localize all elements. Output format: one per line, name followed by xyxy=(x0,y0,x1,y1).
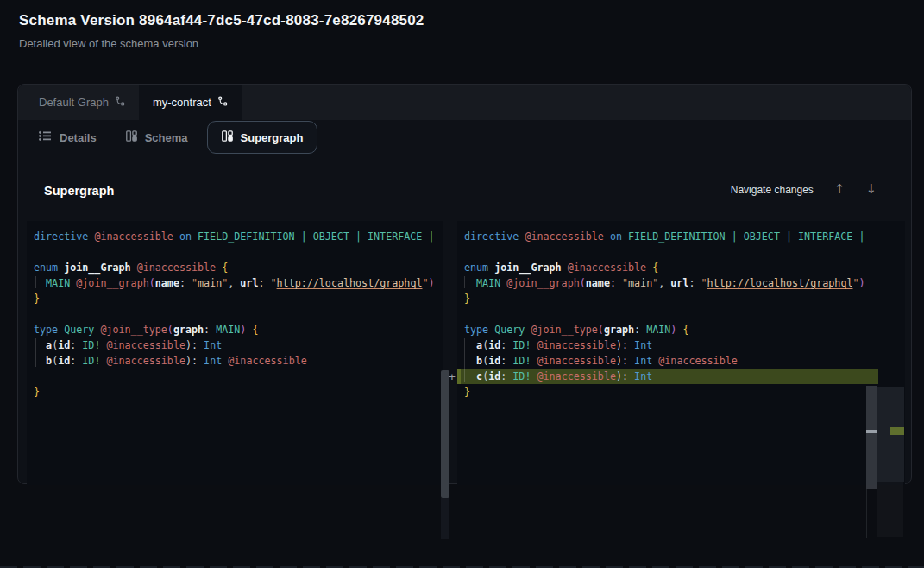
tab-my-contract[interactable]: my-contract xyxy=(139,85,242,120)
graph-tab-bar: Default Graph my-contract xyxy=(18,85,911,120)
code-line: type Query @join__type(graph: MAIN) { xyxy=(457,322,905,338)
code-line: } xyxy=(457,384,905,400)
minimap-added-mark xyxy=(890,427,904,435)
code-right: directive @inaccessible on FIELD_DEFINIT… xyxy=(457,229,905,400)
code-line: a(id: ID! @inaccessible): Int xyxy=(27,338,443,353)
panes-icon xyxy=(126,130,137,144)
tab-default-graph-label: Default Graph xyxy=(39,96,109,109)
code-line: a(id: ID! @inaccessible): Int xyxy=(457,338,905,353)
minimap-viewport[interactable] xyxy=(866,386,877,489)
schema-version-card: Default Graph my-contract xyxy=(17,84,912,484)
branch-icon xyxy=(115,96,125,109)
branch-icon xyxy=(217,96,228,109)
code-line: MAIN @join__graph(name: "main", url: "ht… xyxy=(457,275,905,291)
tab-default-graph[interactable]: Default Graph xyxy=(25,85,139,120)
indent-guide xyxy=(35,338,36,367)
code-line: directive @inaccessible on FIELD_DEFINIT… xyxy=(27,229,443,244)
indent-guide xyxy=(35,276,36,288)
tab-schema[interactable]: Schema xyxy=(116,122,198,153)
code-line xyxy=(27,306,443,322)
code-line xyxy=(457,244,905,260)
page-subtitle: Detailed view of the schema version xyxy=(19,37,198,50)
tab-my-contract-label: my-contract xyxy=(153,96,211,109)
minimap-edge-line xyxy=(866,489,867,538)
panel-title: Supergraph xyxy=(44,184,114,198)
tab-supergraph-label: Supergraph xyxy=(241,131,304,144)
diff-spacer-line xyxy=(27,369,443,384)
tab-details-label: Details xyxy=(60,131,97,144)
list-icon xyxy=(39,130,52,144)
code-left: directive @inaccessible on FIELD_DEFINIT… xyxy=(27,229,443,400)
diff-editor-left[interactable]: directive @inaccessible on FIELD_DEFINIT… xyxy=(27,221,443,485)
diff-editor-right[interactable]: directive @inaccessible on FIELD_DEFINIT… xyxy=(457,221,905,485)
tab-schema-label: Schema xyxy=(145,131,188,144)
indent-guide xyxy=(464,338,465,382)
navigate-prev-button[interactable]: ↑ xyxy=(834,183,845,196)
code-line: directive @inaccessible on FIELD_DEFINIT… xyxy=(457,229,905,244)
left-editor-scrollbar-thumb[interactable] xyxy=(441,370,449,498)
code-line-added: c(id: ID! @inaccessible): Int xyxy=(457,369,878,384)
tab-details[interactable]: Details xyxy=(28,122,107,153)
code-line: b(id: ID! @inaccessible): Int @inaccessi… xyxy=(27,353,443,369)
minimap-track xyxy=(877,482,903,537)
code-line: enum join__Graph @inaccessible { xyxy=(27,260,443,275)
panes-icon xyxy=(222,130,233,144)
indent-guide xyxy=(464,276,465,288)
code-line: } xyxy=(27,384,443,400)
left-editor-scrollbar-track xyxy=(441,498,449,539)
code-line: } xyxy=(27,291,443,306)
tab-supergraph[interactable]: Supergraph xyxy=(207,121,318,154)
code-line: b(id: ID! @inaccessible): Int @inaccessi… xyxy=(457,353,905,369)
page-title: Schema Version 8964af44-7dc5-47cd-8083-7… xyxy=(19,12,424,29)
navigate-next-button[interactable]: ↓ xyxy=(865,183,877,196)
code-line: enum join__Graph @inaccessible { xyxy=(457,260,905,275)
navigate-changes-label: Navigate changes xyxy=(731,184,814,196)
code-line: MAIN @join__graph(name: "main", url: "ht… xyxy=(27,275,443,291)
minimap-content-mark xyxy=(866,430,877,433)
code-line xyxy=(27,244,443,260)
diff-added-marker: + xyxy=(446,369,458,384)
view-tab-bar: Details Schema Supergraph xyxy=(18,120,911,155)
code-line: type Query @join__type(graph: MAIN) { xyxy=(27,322,443,338)
code-line xyxy=(457,306,905,322)
code-line: } xyxy=(457,291,905,306)
navigate-changes: Navigate changes ↑ ↓ xyxy=(731,183,877,196)
